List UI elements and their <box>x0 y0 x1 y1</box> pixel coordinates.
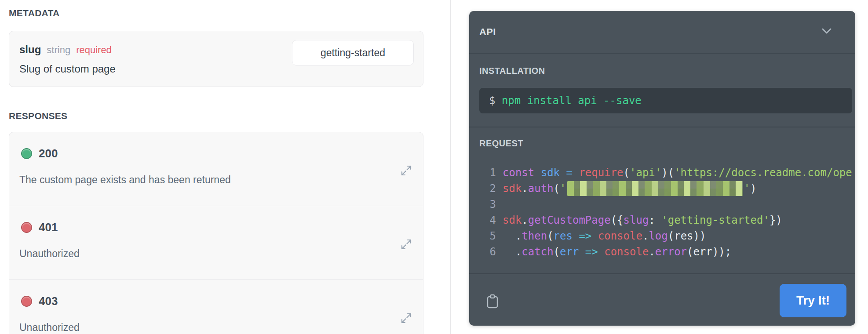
line-number: 5 <box>469 228 496 244</box>
expand-response-button[interactable] <box>400 238 413 251</box>
responses-card: 200 The custom page exists and has been … <box>9 132 423 334</box>
response-row-401: 401 Unauthorized <box>9 206 423 280</box>
status-dot-red <box>21 222 32 233</box>
line-number: 2 <box>469 181 496 196</box>
param-name: slug <box>19 44 41 56</box>
response-status-line: 401 <box>21 221 58 234</box>
docs-left-column: METADATA slug string required Slug of cu… <box>0 0 450 334</box>
response-code: 200 <box>39 147 58 160</box>
copy-code-button[interactable] <box>486 294 499 309</box>
install-command: npm install api --save <box>502 94 642 107</box>
expand-diagonal-icon <box>400 172 413 178</box>
response-code: 401 <box>39 221 58 234</box>
code-line: 3 <box>469 196 855 212</box>
panel-section-divider <box>469 127 855 127</box>
chevron-down-icon <box>821 29 832 36</box>
expand-diagonal-icon <box>400 319 413 326</box>
installation-heading: INSTALLATION <box>479 66 545 76</box>
collapse-panel-button[interactable] <box>821 26 832 37</box>
status-dot-red <box>21 296 32 307</box>
status-dot-green <box>21 148 32 159</box>
request-code-sample[interactable]: 1const sdk = require('api')('https://doc… <box>469 165 855 273</box>
response-description: Unauthorized <box>19 248 80 260</box>
metadata-heading: METADATA <box>9 8 60 18</box>
code-line: 5 .then(res => console.log(res)) <box>469 228 855 244</box>
slug-input[interactable] <box>292 40 414 65</box>
api-panel-header[interactable]: API <box>469 11 855 54</box>
clipboard-icon <box>486 303 499 310</box>
code-line: 6 .catch(err => console.error(err)); <box>469 244 855 260</box>
api-explorer-panel: API INSTALLATION $ npm install api --sav… <box>469 11 855 326</box>
line-number: 6 <box>469 244 496 260</box>
response-status-line: 403 <box>21 294 58 308</box>
expand-diagonal-icon <box>400 246 413 252</box>
api-panel-title: API <box>479 26 496 38</box>
expand-response-button[interactable] <box>400 164 413 177</box>
shell-prompt: $ <box>489 94 502 107</box>
line-number: 3 <box>469 196 496 212</box>
param-type: string <box>47 44 70 56</box>
response-description: Unauthorized <box>19 322 80 334</box>
try-it-button[interactable]: Try It! <box>780 284 846 317</box>
responses-heading: RESPONSES <box>9 111 67 121</box>
line-number: 1 <box>469 165 496 181</box>
api-panel-footer: Try It! <box>469 273 855 326</box>
metadata-card: slug string required Slug of custom page <box>9 31 423 87</box>
response-status-line: 200 <box>21 147 58 160</box>
install-command-block[interactable]: $ npm install api --save <box>479 88 852 113</box>
line-number: 4 <box>469 212 496 228</box>
param-required-badge: required <box>76 44 112 56</box>
request-heading: REQUEST <box>479 138 523 149</box>
response-code: 403 <box>39 294 58 308</box>
expand-response-button[interactable] <box>400 312 413 325</box>
code-line: 2sdk.auth('') <box>469 181 855 196</box>
column-divider <box>450 0 451 334</box>
response-row-403: 403 Unauthorized <box>9 280 423 334</box>
code-line: 4sdk.getCustomPage({slug: 'getting-start… <box>469 212 855 228</box>
response-description: The custom page exists and has been retu… <box>19 174 231 186</box>
redacted-api-key <box>567 181 743 196</box>
response-row-200: 200 The custom page exists and has been … <box>9 132 423 206</box>
code-line: 1const sdk = require('api')('https://doc… <box>469 165 855 181</box>
